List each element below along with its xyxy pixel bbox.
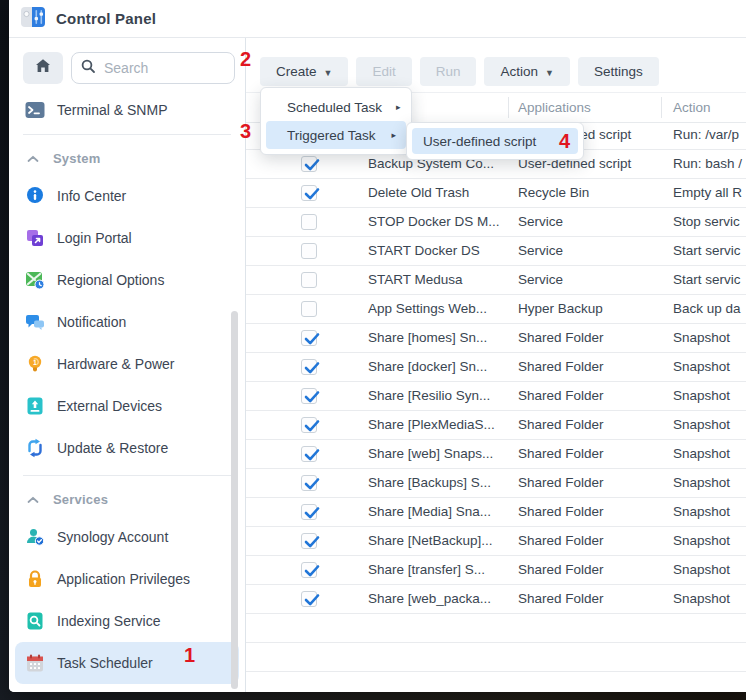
table-row[interactable]: Share [transfer] S...Shared FolderSnapsh… [246, 556, 746, 585]
task-enabled-checkbox[interactable] [301, 591, 317, 607]
annotation-number-2: 2 [240, 48, 251, 71]
section-label: System [53, 151, 100, 166]
home-button[interactable] [23, 52, 63, 84]
task-enabled-checkbox[interactable] [301, 388, 317, 404]
sidebar-item-login-portal[interactable]: Login Portal [15, 217, 239, 259]
task-name-cell: Share [Resilio Syn... [368, 382, 490, 410]
triggered-task-submenu: User-defined script [406, 122, 584, 160]
sidebar-item-update-restore[interactable]: Update & Restore [15, 427, 239, 469]
task-enabled-checkbox[interactable] [301, 156, 317, 172]
search-box [71, 52, 235, 84]
task-application-cell: Shared Folder [518, 353, 604, 381]
task-enabled-checkbox[interactable] [301, 214, 317, 230]
sidebar-item-notification[interactable]: Notification [15, 301, 239, 343]
sidebar-scrollbar[interactable] [231, 311, 238, 689]
task-enabled-checkbox[interactable] [301, 446, 317, 462]
control-panel-window: Control Panel [9, 0, 746, 692]
table-row[interactable]: STOP Docker DS M...ServiceStop servic [246, 208, 746, 237]
sidebar-divider [23, 134, 231, 135]
sidebar-item-regional-options[interactable]: Regional Options [15, 259, 239, 301]
task-enabled-checkbox[interactable] [301, 330, 317, 346]
table-row[interactable]: Share [docker] Sn...Shared FolderSnapsho… [246, 353, 746, 382]
task-application-cell: Hyper Backup [518, 295, 603, 323]
edit-button: Edit [356, 57, 411, 86]
task-action-cell: Back up da [673, 295, 741, 323]
column-header-applications[interactable]: Applications [518, 93, 591, 122]
table-row[interactable]: Share [Resilio Syn...Shared FolderSnapsh… [246, 382, 746, 411]
menu-item-label: Scheduled Task [287, 100, 382, 115]
section-label: Services [53, 492, 108, 507]
task-name-cell: Share [homes] Sn... [368, 324, 487, 352]
window-header: Control Panel [9, 0, 746, 38]
task-name-cell: Share [web_packa... [368, 585, 491, 613]
table-row[interactable]: START Docker DSServiceStart servic [246, 237, 746, 266]
doc-search-icon [25, 611, 45, 631]
task-action-cell: Snapshot [673, 469, 730, 497]
task-name-cell: STOP Docker DS M... [368, 208, 500, 236]
task-action-cell: Start servic [673, 237, 741, 265]
chat-bubbles-icon [25, 312, 45, 332]
table-row[interactable]: App Settings Web...Hyper BackupBack up d… [246, 295, 746, 324]
sidebar-divider [23, 475, 231, 476]
menu-item-scheduled-task[interactable]: Scheduled Task▸ [266, 93, 406, 121]
column-header-action[interactable]: Action [673, 93, 711, 122]
sidebar-item-application-privileges[interactable]: Application Privileges [15, 558, 239, 600]
table-row[interactable]: Share [Media] Sna...Shared FolderSnapsho… [246, 498, 746, 527]
task-table: User-defined scriptRun: /var/pBackup Sys… [246, 121, 746, 672]
sidebar-item-label: Regional Options [57, 272, 164, 288]
task-enabled-checkbox[interactable] [301, 359, 317, 375]
task-enabled-checkbox[interactable] [301, 272, 317, 288]
task-enabled-checkbox[interactable] [301, 417, 317, 433]
sidebar-item-synology-account[interactable]: Synology Account [15, 516, 239, 558]
table-row[interactable]: Share [NetBackup]...Shared FolderSnapsho… [246, 527, 746, 556]
sidebar-item-external-devices[interactable]: External Devices [15, 385, 239, 427]
table-row[interactable]: Share [Backups] S...Shared FolderSnapsho… [246, 469, 746, 498]
table-row[interactable]: Share [web_packa...Shared FolderSnapshot [246, 585, 746, 614]
lightbulb-icon: 1 [25, 354, 45, 374]
sidebar-item-label: Task Scheduler [57, 655, 153, 671]
task-enabled-checkbox[interactable] [301, 504, 317, 520]
svg-text:1: 1 [33, 359, 37, 366]
action-button[interactable]: Action▼ [484, 57, 569, 86]
sidebar-item-label: Hardware & Power [57, 356, 175, 372]
task-enabled-checkbox[interactable] [301, 562, 317, 578]
sidebar-item-info-center[interactable]: Info Center [15, 175, 239, 217]
table-row[interactable]: START MedusaServiceStart servic [246, 266, 746, 295]
create-button[interactable]: Create▼ [260, 57, 348, 86]
task-action-cell: Run: bash / [673, 150, 742, 178]
sidebar-section-system[interactable]: System [15, 141, 239, 175]
table-row[interactable]: Share [PlexMediaS...Shared FolderSnapsho… [246, 411, 746, 440]
control-panel-icon [20, 4, 46, 34]
sidebar-item-task-scheduler[interactable]: Task Scheduler [15, 642, 239, 684]
menu-item-user-defined-script[interactable]: User-defined script [412, 128, 578, 154]
toolbar: Create▼EditRunAction▼Settings [260, 57, 659, 86]
table-row[interactable]: Share [homes] Sn...Shared FolderSnapshot [246, 324, 746, 353]
task-enabled-checkbox[interactable] [301, 475, 317, 491]
task-name-cell: Share [Backups] S... [368, 469, 491, 497]
task-action-cell: Snapshot [673, 353, 730, 381]
task-scheduler-pane: Create▼EditRunAction▼Settings Applicatio… [246, 38, 746, 692]
menu-item-triggered-task[interactable]: Triggered Task▸ [266, 121, 406, 149]
submenu-arrow-icon: ▸ [396, 102, 401, 112]
settings-button[interactable]: Settings [578, 57, 659, 86]
sidebar-item-hardware-power[interactable]: 1Hardware & Power [15, 343, 239, 385]
task-enabled-checkbox[interactable] [301, 243, 317, 259]
task-enabled-checkbox[interactable] [301, 185, 317, 201]
sidebar-item-terminal-snmp[interactable]: Terminal & SNMP [15, 92, 239, 128]
sidebar-item-indexing-service[interactable]: Indexing Service [15, 600, 239, 642]
task-action-cell: Snapshot [673, 498, 730, 526]
terminal-icon [25, 100, 45, 120]
task-name-cell: Share [docker] Sn... [368, 353, 487, 381]
button-label: Settings [594, 64, 643, 79]
task-enabled-checkbox[interactable] [301, 533, 317, 549]
task-application-cell: Service [518, 237, 563, 265]
table-row[interactable]: Delete Old TrashRecycle BinEmpty all R [246, 179, 746, 208]
sync-arrows-icon [25, 438, 45, 458]
column-separator [508, 97, 509, 118]
sidebar-section-services[interactable]: Services [15, 482, 239, 516]
task-enabled-checkbox[interactable] [301, 301, 317, 317]
table-row[interactable]: Share [web] Snaps...Shared FolderSnapsho… [246, 440, 746, 469]
task-application-cell: Service [518, 208, 563, 236]
task-action-cell: Snapshot [673, 556, 730, 584]
search-input[interactable] [102, 59, 226, 77]
